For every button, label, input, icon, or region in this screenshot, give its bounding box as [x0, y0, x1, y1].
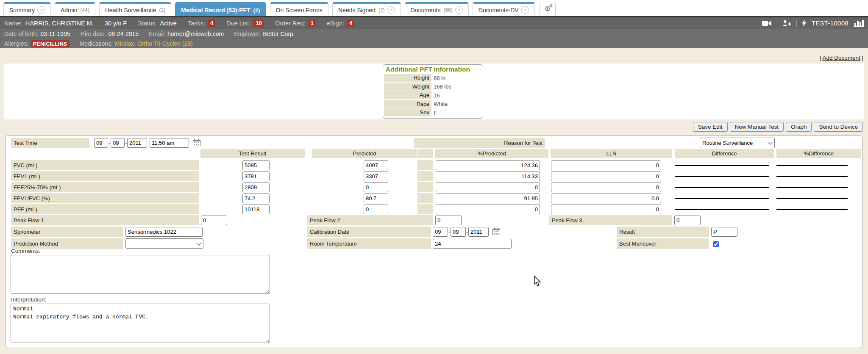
weight-value: 168 lbs — [431, 83, 451, 90]
allergy-medication-bar: Allergies:PENICILLINS Medications: Miral… — [0, 39, 868, 48]
fev1-test-result-input[interactable] — [242, 171, 270, 181]
name-label: Name: — [4, 20, 22, 27]
tab-label: Documents-DV — [479, 7, 519, 14]
fev1-fvc-test-result-input[interactable] — [242, 194, 270, 203]
due-list-count-badge[interactable]: 10 — [253, 19, 264, 27]
tab-summary[interactable]: Summary ↗ — [3, 2, 51, 16]
fef-lln-input[interactable] — [551, 183, 661, 192]
fev1-pct-predicted-input[interactable] — [436, 171, 540, 181]
settings-gears-button[interactable]: ⚙ ⚙ — [540, 2, 556, 16]
pft-info-row: Age16 — [383, 91, 483, 100]
save-edit-button[interactable]: Save Edit — [693, 122, 728, 132]
tab-bar: Summary ↗ Admin (44) Health Surveillance… — [0, 0, 868, 16]
tasks-count-badge[interactable]: 4 — [208, 19, 215, 27]
status-value: Active — [160, 20, 177, 27]
peak-flow-1-input[interactable] — [201, 216, 227, 225]
video-camera-icon[interactable] — [762, 20, 772, 26]
race-label: Race — [384, 100, 431, 108]
calibration-date-label: Calibration Date — [307, 227, 431, 237]
esign-group[interactable]: eSign: 4 — [327, 19, 354, 27]
pef-pct-predicted-input[interactable] — [436, 205, 540, 214]
weight-label: Weight — [384, 83, 431, 91]
pft-info-row: Height68 in — [383, 74, 483, 83]
fef-test-result-input[interactable] — [242, 183, 270, 192]
allergy-badge[interactable]: PENICILLINS — [31, 40, 70, 47]
pef-test-result-input[interactable] — [242, 205, 270, 214]
row-spacer — [417, 171, 433, 181]
comments-textarea[interactable] — [11, 255, 270, 294]
fev1-fvc-lln-input[interactable] — [551, 194, 661, 203]
reason-select[interactable]: Routine Surveillance — [700, 138, 775, 148]
popout-icon[interactable]: ↗ — [387, 6, 395, 14]
peak-flow-2-input[interactable] — [435, 216, 462, 225]
medication-link-1[interactable]: Miralax — [115, 40, 134, 47]
fvc-predicted-input[interactable] — [364, 160, 388, 170]
best-maneuver-checkbox[interactable] — [713, 241, 719, 247]
add-document-link[interactable]: Add Document — [822, 55, 860, 61]
fev1-fvc-pct-predicted-input[interactable] — [436, 194, 540, 203]
employer-label: Employer: — [234, 30, 261, 37]
calendar-icon[interactable] — [492, 228, 500, 237]
graph-button[interactable]: Graph — [786, 122, 812, 132]
calibration-month-input[interactable] — [433, 227, 448, 237]
test-month-input[interactable] — [94, 138, 108, 148]
test-year-input[interactable] — [127, 138, 147, 148]
order-req-count-badge[interactable]: 1 — [309, 19, 316, 27]
room-temperature-input[interactable] — [433, 239, 512, 249]
tab-documents[interactable]: Documents (66) ↗ — [405, 2, 469, 16]
tab-needs-signed[interactable]: Needs Signed (7) ↗ — [332, 2, 401, 16]
popout-icon[interactable]: ↗ — [455, 6, 463, 14]
medication-link-2[interactable]: Ortho Tri-Cyclen (28) — [137, 40, 193, 47]
due-list-group[interactable]: Due List: 10 — [226, 19, 264, 27]
comments-label: Comments: — [11, 248, 40, 254]
tab-documents-dv[interactable]: Documents-DV ↗ — [473, 2, 535, 16]
age-label: Age — [384, 91, 431, 99]
calibration-day-input[interactable] — [451, 227, 466, 237]
fvc-test-result-input[interactable] — [242, 160, 270, 170]
lightning-bolt-icon[interactable] — [802, 19, 807, 27]
pef-lln-input[interactable] — [551, 205, 661, 214]
calibration-year-input[interactable] — [468, 227, 489, 237]
fev1-lln-input[interactable] — [551, 171, 661, 181]
popout-icon[interactable]: ↗ — [37, 6, 45, 14]
tab-medical-record-pft[interactable]: Medical Record (53):PFT (2) — [175, 2, 266, 16]
dob-label: Date of birth: — [4, 30, 38, 37]
order-req-label: Order Req: — [275, 20, 306, 27]
fvc-lln-input[interactable] — [551, 160, 661, 170]
test-day-input[interactable] — [111, 138, 125, 148]
result-input[interactable] — [711, 227, 737, 237]
tab-admin[interactable]: Admin (44) — [55, 2, 95, 16]
pft-info-row: RaceWhite — [383, 100, 483, 109]
peak-flow-3-input[interactable] — [674, 216, 701, 225]
tab-on-screen-forms[interactable]: On Screen Forms — [270, 2, 328, 16]
calendar-icon[interactable] — [193, 139, 200, 148]
flowsheet-chart-icon[interactable] — [854, 19, 864, 27]
fef-pct-predicted-input[interactable] — [436, 183, 540, 192]
status-label: Status: — [138, 20, 157, 27]
fef-predicted-input[interactable] — [364, 183, 388, 192]
fev1-fvc-predicted-input[interactable] — [364, 194, 388, 203]
esign-count-badge[interactable]: 4 — [347, 19, 354, 27]
room-temperature-label: Room Temperature — [307, 238, 431, 249]
add-person-icon[interactable] — [782, 20, 791, 26]
tab-health-surveillance[interactable]: Health Surveillance (2) — [99, 2, 171, 16]
patient-name-group: Name: HARRIS, CHRISTINE M. — [4, 20, 94, 27]
status-group: Status: Active — [138, 20, 177, 27]
tab-count: (44) — [81, 7, 89, 13]
new-manual-test-button[interactable]: New Manual Test — [730, 122, 784, 132]
interpretation-textarea[interactable] — [11, 304, 270, 343]
pef-predicted-input[interactable] — [364, 205, 388, 214]
test-time-input[interactable] — [150, 138, 189, 148]
popout-icon[interactable]: ↗ — [521, 6, 529, 14]
send-to-device-button[interactable]: Send to Device — [814, 122, 863, 132]
reason-select-wrap: Routine Surveillance — [700, 138, 775, 148]
employer-value: Better Corp. — [263, 30, 295, 37]
tab-label: Documents — [411, 7, 441, 14]
prediction-method-select[interactable] — [125, 238, 203, 249]
fev1-predicted-input[interactable] — [364, 171, 388, 181]
tasks-group[interactable]: Tasks: 4 — [188, 19, 215, 27]
spirometer-input[interactable] — [125, 227, 203, 237]
fvc-pct-difference-line — [776, 165, 848, 166]
fvc-pct-predicted-input[interactable] — [436, 160, 540, 170]
order-req-group[interactable]: Order Req: 1 — [275, 19, 316, 27]
